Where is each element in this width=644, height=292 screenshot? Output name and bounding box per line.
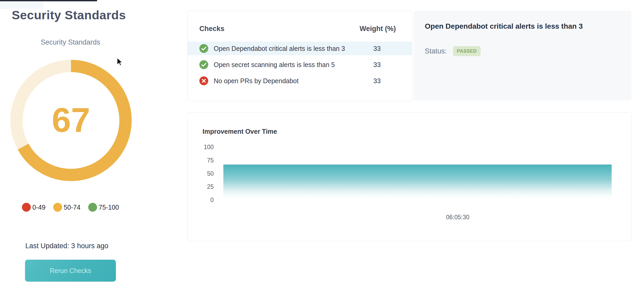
- legend-label: 75-100: [99, 204, 119, 211]
- check-failed-icon: [199, 76, 208, 85]
- check-detail-panel: Open Dependabot critical alerts is less …: [414, 11, 631, 100]
- check-row[interactable]: No open PRs by Dependabot 33: [188, 74, 412, 88]
- y-tick-label: 50: [207, 170, 214, 177]
- chart-area-series: [223, 165, 612, 200]
- y-tick-label: 25: [207, 183, 214, 190]
- legend-item: 75-100: [88, 203, 119, 212]
- legend-label: 50-74: [64, 204, 80, 211]
- check-label: Open secret scanning alerts is less than…: [214, 61, 335, 69]
- check-label: No open PRs by Dependabot: [214, 77, 299, 85]
- score-legend: 0-4950-7475-100: [0, 203, 141, 212]
- chart-y-axis: 1007550250: [193, 113, 214, 241]
- legend-label: 0-49: [32, 204, 45, 211]
- checks-list: Open Dependabot critical alerts is less …: [188, 42, 412, 90]
- checks-column-header: Checks: [199, 25, 224, 33]
- check-row[interactable]: Open Dependabot critical alerts is less …: [188, 42, 412, 55]
- y-tick-label: 75: [207, 157, 214, 164]
- score-sidebar: Security Standards Security Standards 67…: [0, 0, 146, 292]
- status-row: Status: PASSED: [425, 46, 481, 56]
- checks-panel: Checks Weight (%) Open Dependabot critic…: [187, 11, 412, 101]
- last-updated-text: Last Updated: 3 hours ago: [25, 242, 108, 250]
- check-label: Open Dependabot critical alerts is less …: [214, 45, 345, 52]
- page-background: { "page": { "title": "Security Standards…: [0, 0, 644, 292]
- improvement-chart-card: Improvement Over Time 1007550250 06:05:3…: [187, 112, 631, 241]
- check-detail-title: Open Dependabot critical alerts is less …: [425, 22, 623, 31]
- rerun-checks-button[interactable]: Rerun Checks: [25, 260, 116, 282]
- page-subtitle: Security Standards: [0, 38, 141, 46]
- check-passed-icon: [199, 60, 208, 69]
- check-row[interactable]: Open secret scanning alerts is less than…: [188, 58, 412, 71]
- legend-dot-icon: [88, 203, 97, 212]
- status-label: Status:: [425, 47, 447, 55]
- status-badge: PASSED: [453, 46, 481, 56]
- check-weight-value: 33: [368, 77, 386, 85]
- weight-column-header: Weight (%): [360, 25, 396, 33]
- legend-item: 0-49: [22, 203, 45, 212]
- page-title: Security Standards: [12, 8, 134, 22]
- check-weight-value: 33: [368, 61, 386, 69]
- gauge-score-value: 67: [8, 103, 134, 137]
- legend-item: 50-74: [53, 203, 80, 212]
- y-tick-label: 100: [204, 144, 214, 151]
- legend-dot-icon: [22, 203, 31, 212]
- chart-x-tick-label: 06:05:30: [446, 214, 469, 221]
- check-passed-icon: [199, 44, 208, 53]
- legend-dot-icon: [53, 203, 62, 212]
- check-weight-value: 33: [368, 45, 386, 52]
- y-tick-label: 0: [210, 197, 214, 204]
